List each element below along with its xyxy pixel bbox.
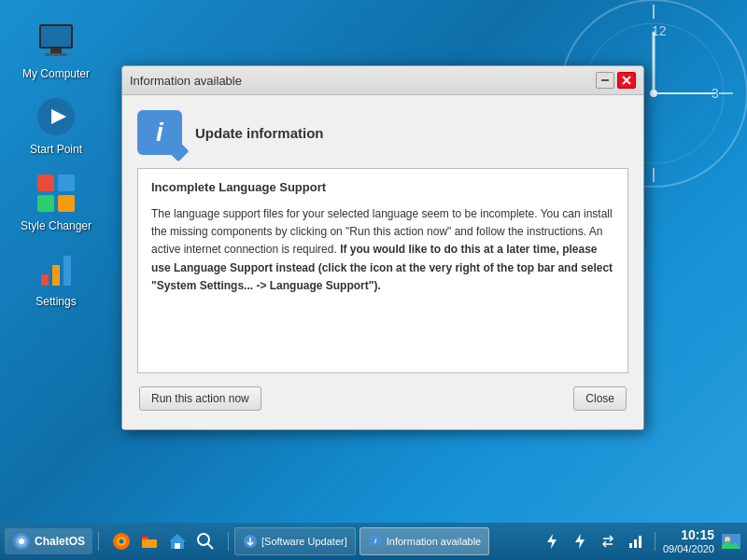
svg-rect-19 — [37, 195, 54, 212]
svg-rect-18 — [58, 175, 75, 191]
svg-rect-22 — [52, 265, 60, 286]
tray-lightning-1[interactable] — [541, 530, 563, 553]
tray-signal-icon[interactable] — [625, 530, 647, 553]
taskbar-software-updater[interactable]: [Software Updater] — [234, 527, 356, 555]
taskbar-start-button[interactable]: ChaletOS — [5, 528, 92, 554]
svg-rect-45 — [629, 543, 632, 548]
svg-rect-23 — [63, 256, 71, 286]
firefox-icon[interactable] — [108, 528, 134, 554]
svg-rect-14 — [45, 53, 67, 56]
desktop-icon-settings[interactable]: Settings — [19, 246, 93, 308]
dialog-close-button[interactable] — [617, 72, 636, 89]
dialog-controls — [596, 72, 636, 89]
desktop-icon-my-computer[interactable]: My Computer — [19, 19, 93, 80]
taskbar: ChaletOS — [0, 523, 747, 560]
dialog-title: Information available — [130, 74, 242, 88]
desktop-icon-style-changer[interactable]: Style Changer — [19, 171, 93, 232]
tray-wallpaper-icon[interactable] — [720, 530, 742, 553]
start-point-label: Start Point — [30, 143, 82, 156]
chalet-os-logo-icon — [12, 532, 31, 551]
svg-rect-35 — [142, 539, 157, 548]
svg-rect-21 — [41, 274, 49, 286]
start-point-icon — [34, 94, 78, 139]
svg-point-10 — [650, 90, 657, 97]
info-icon: i — [137, 110, 182, 155]
search-icon[interactable] — [192, 528, 218, 554]
svg-text:3: 3 — [712, 86, 719, 101]
svg-point-32 — [120, 539, 124, 544]
dialog-titlebar: Information available — [122, 66, 643, 95]
svg-text:12: 12 — [652, 23, 667, 38]
dialog-header: i Update information — [137, 110, 628, 155]
info-available-label: Information available — [387, 536, 482, 547]
settings-icon — [34, 246, 78, 291]
my-computer-icon — [34, 19, 78, 63]
svg-rect-12 — [41, 26, 71, 47]
start-label: ChaletOS — [35, 535, 85, 548]
dialog-content: Incomplete Language Support The language… — [137, 168, 628, 373]
svg-rect-34 — [142, 536, 148, 538]
desktop-icons: My Computer Start Point Style Change — [19, 19, 93, 309]
svg-point-29 — [19, 539, 24, 544]
my-computer-label: My Computer — [22, 67, 90, 80]
tray-separator — [655, 532, 655, 551]
software-updater-icon — [243, 534, 258, 549]
software-updater-label: [Software Updater] — [261, 536, 347, 547]
desktop: 12 3 My Computer — [0, 0, 747, 560]
home-icon[interactable] — [164, 528, 190, 554]
content-heading: Incomplete Language Support — [151, 180, 614, 194]
information-dialog: Information available i Up — [121, 65, 644, 430]
svg-rect-17 — [37, 175, 54, 191]
quick-launch — [105, 528, 222, 554]
style-changer-label: Style Changer — [21, 219, 92, 232]
clock-date: 09/04/2020 — [663, 543, 714, 555]
svg-marker-43 — [547, 534, 557, 549]
tray-transfer-icon[interactable] — [597, 530, 619, 553]
svg-line-39 — [207, 543, 213, 549]
taskbar-separator-2 — [228, 532, 229, 551]
files-icon[interactable] — [136, 528, 162, 554]
style-changer-icon — [34, 171, 78, 216]
dialog-footer: Run this action now Close — [137, 386, 628, 414]
tray-lightning-2[interactable] — [569, 530, 591, 553]
close-button[interactable]: Close — [573, 386, 627, 411]
svg-marker-44 — [575, 534, 585, 549]
taskbar-clock[interactable]: 10:15 09/04/2020 — [663, 527, 714, 555]
dialog-minimize-button[interactable] — [596, 72, 614, 89]
svg-rect-13 — [50, 49, 62, 53]
svg-rect-20 — [58, 195, 75, 212]
info-available-icon: i — [368, 534, 383, 549]
svg-rect-37 — [175, 543, 180, 549]
taskbar-separator-1 — [98, 532, 99, 551]
dialog-body: i Update information Incomplete Language… — [122, 95, 643, 429]
clock-time: 10:15 — [663, 527, 714, 543]
svg-rect-47 — [639, 536, 641, 548]
taskbar-right: 10:15 09/04/2020 — [541, 527, 742, 555]
dialog-header-title: Update information — [195, 125, 324, 141]
run-action-button[interactable]: Run this action now — [139, 386, 261, 411]
settings-label: Settings — [35, 295, 76, 308]
desktop-icon-start-point[interactable]: Start Point — [19, 94, 93, 156]
taskbar-info-available[interactable]: i Information available — [359, 527, 490, 555]
content-text: The language support files for your sele… — [151, 205, 614, 295]
svg-rect-46 — [634, 539, 637, 548]
svg-rect-24 — [601, 79, 609, 81]
